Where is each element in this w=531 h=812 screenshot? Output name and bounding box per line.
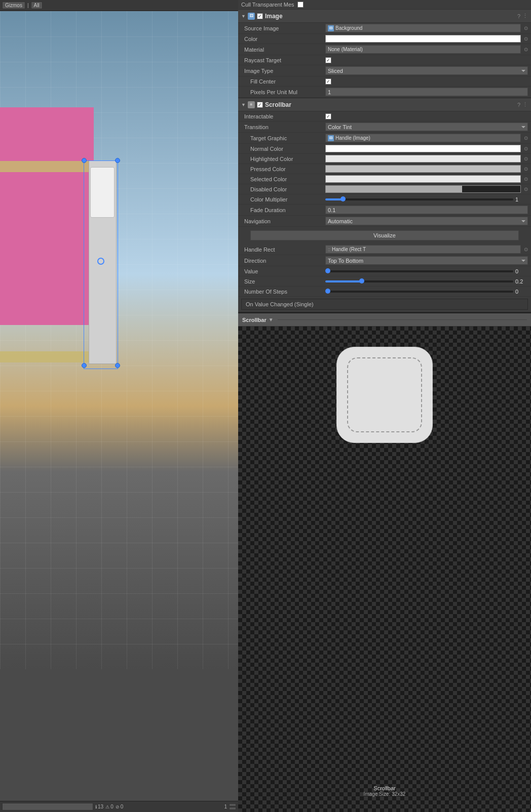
pressed-color-row: Pressed Color ⊙ xyxy=(238,164,531,174)
preview-canvas: Scrollbar Image Size: 32x32 xyxy=(238,327,531,812)
scrollbar-toggle[interactable]: ▼ xyxy=(241,102,246,107)
value-row: Value 0 xyxy=(238,266,531,276)
raycast-checkbox[interactable]: ✓ xyxy=(325,57,331,63)
image-enabled-checkbox[interactable]: ✓ xyxy=(257,13,263,19)
all-button[interactable]: All xyxy=(31,2,43,9)
image-menu-icon[interactable]: ⋮ xyxy=(522,13,528,19)
selected-color-link[interactable]: ⊙ xyxy=(524,176,528,182)
steps-track[interactable] xyxy=(325,291,513,293)
value-slider-row: 0 xyxy=(325,268,528,274)
error-badge: ⊘ 0 xyxy=(116,804,124,809)
source-image-link[interactable]: ⊙ xyxy=(524,25,528,31)
source-image-field[interactable]: 🖼 Background xyxy=(325,24,521,32)
inspector-panel: Cull Transparent Mes ▼ 🖼 ✓ Image ? ⋮ Sou… xyxy=(238,0,531,812)
preview-section: Scrollbar ▼ Scrollbar Image Size: 32x32 xyxy=(238,312,531,812)
direction-label: Direction xyxy=(244,258,325,264)
image-toggle[interactable]: ▼ xyxy=(241,14,246,19)
pressed-color-field[interactable] xyxy=(325,165,521,173)
handle-dot-bl[interactable] xyxy=(82,363,87,368)
target-graphic-link[interactable]: ⊙ xyxy=(524,135,528,141)
image-type-label: Image Type xyxy=(244,68,325,74)
navigation-dropdown[interactable]: Automatic xyxy=(325,217,528,225)
fill-center-label: Fill Center xyxy=(244,78,325,85)
image-help-icon[interactable]: ? xyxy=(517,13,520,19)
size-slider-row: 0.2 xyxy=(325,278,528,285)
preview-labels: Scrollbar Image Size: 32x32 xyxy=(364,785,406,797)
handle-dot-tl[interactable] xyxy=(82,158,87,163)
handle-rect-link[interactable]: ⊙ xyxy=(524,247,528,252)
disabled-color-label: Disabled Color xyxy=(244,186,325,192)
dashed-inner-border xyxy=(347,357,422,432)
image-type-arrow xyxy=(521,70,525,72)
handle-rect-field[interactable]: :: Handle (Rect T xyxy=(325,245,521,254)
gizmos-button[interactable]: Gizmos xyxy=(2,2,25,9)
scrollbar-menu-icon[interactable]: ⋮ xyxy=(522,101,528,108)
preview-dropdown-arrow[interactable]: ▼ xyxy=(269,317,274,322)
fill-center-row: Fill Center ✓ xyxy=(238,76,531,87)
search-input[interactable] xyxy=(2,803,93,810)
info-count: 13 xyxy=(98,804,103,809)
handle-rect-value: :: Handle (Rect T ⊙ xyxy=(325,245,528,254)
steps-thumb[interactable] xyxy=(325,289,330,294)
normal-color-field[interactable] xyxy=(325,145,521,152)
selected-color-field[interactable] xyxy=(325,175,521,183)
cull-transparent-checkbox[interactable] xyxy=(297,2,304,8)
transition-dropdown[interactable]: Color Tint xyxy=(325,123,528,131)
scrollbar-enabled-checkbox[interactable]: ✓ xyxy=(257,102,263,108)
visualize-button[interactable]: Visualize xyxy=(250,230,519,240)
error-icon: ⊘ xyxy=(116,804,120,809)
value-thumb[interactable] xyxy=(325,268,330,273)
selected-color-row: Selected Color ⊙ xyxy=(238,174,531,184)
scrollbar-help-icon[interactable]: ? xyxy=(517,102,520,108)
material-field[interactable]: None (Material) xyxy=(325,45,521,54)
color-multiplier-label: Color Multiplier xyxy=(244,196,325,202)
highlighted-color-field[interactable] xyxy=(325,155,521,163)
size-track[interactable] xyxy=(325,280,513,282)
color-multiplier-thumb[interactable] xyxy=(340,196,346,201)
disabled-color-link[interactable]: ⊙ xyxy=(524,186,528,192)
color-field[interactable] xyxy=(325,35,521,43)
pivot-handle[interactable] xyxy=(97,258,104,265)
pressed-color-link[interactable]: ⊙ xyxy=(524,166,528,172)
disabled-color-value: ⊙ xyxy=(325,185,528,193)
disabled-color-field[interactable] xyxy=(325,185,521,193)
target-graphic-field[interactable]: 🖼 Handle (Image) xyxy=(325,134,521,142)
fill-center-checkbox[interactable]: ✓ xyxy=(325,78,331,85)
navigation-row: Navigation Automatic xyxy=(238,216,531,227)
handle-dot-tr[interactable] xyxy=(115,158,120,163)
normal-color-link[interactable]: ⊙ xyxy=(524,146,528,151)
pixels-field[interactable] xyxy=(325,88,528,96)
scroll-up-btn[interactable] xyxy=(229,803,236,806)
highlighted-color-link[interactable]: ⊙ xyxy=(524,156,528,161)
highlighted-color-label: Highlighted Color xyxy=(244,156,325,162)
on-value-changed[interactable]: On Value Changed (Single) xyxy=(241,299,528,310)
pink-content-rect xyxy=(0,107,94,325)
direction-dropdown[interactable]: Top To Bottom xyxy=(325,256,528,265)
disabled-color-row: Disabled Color ⊙ xyxy=(238,184,531,194)
scene-toolbar: Gizmos | All xyxy=(0,0,238,11)
color-link[interactable]: ⊙ xyxy=(524,36,528,42)
navigation-value: Automatic xyxy=(325,217,528,225)
on-value-label: On Value Changed (Single) xyxy=(246,301,314,307)
interactable-checkbox[interactable]: ✓ xyxy=(325,113,331,119)
size-label: Size xyxy=(244,278,325,285)
scroll-down-btn[interactable] xyxy=(229,807,236,810)
fade-duration-field[interactable] xyxy=(325,206,528,214)
preview-scrollbar-image xyxy=(336,347,433,443)
value-track[interactable] xyxy=(325,270,513,272)
size-number: 0.2 xyxy=(515,278,528,285)
size-slider: 0.2 xyxy=(325,278,528,285)
pixels-value xyxy=(325,88,528,96)
handle-dot-br[interactable] xyxy=(115,363,120,368)
transition-label: Transition xyxy=(244,124,325,130)
size-thumb[interactable] xyxy=(359,278,364,283)
interactable-row: Interactable ✓ xyxy=(238,111,531,121)
handle-rect-label: Handle Rect xyxy=(244,247,325,253)
scrollbar-section-header: ▼ ≡ ✓ Scrollbar ? ⋮ xyxy=(238,98,531,111)
image-type-dropdown[interactable]: Sliced xyxy=(325,66,528,75)
page-number: 1 xyxy=(224,804,227,809)
color-multiplier-track[interactable] xyxy=(325,198,513,200)
material-link[interactable]: ⊙ xyxy=(524,47,528,52)
scrollbar-section: ▼ ≡ ✓ Scrollbar ? ⋮ Interactable ✓ Trans… xyxy=(238,98,531,312)
interactable-label: Interactable xyxy=(244,113,325,119)
